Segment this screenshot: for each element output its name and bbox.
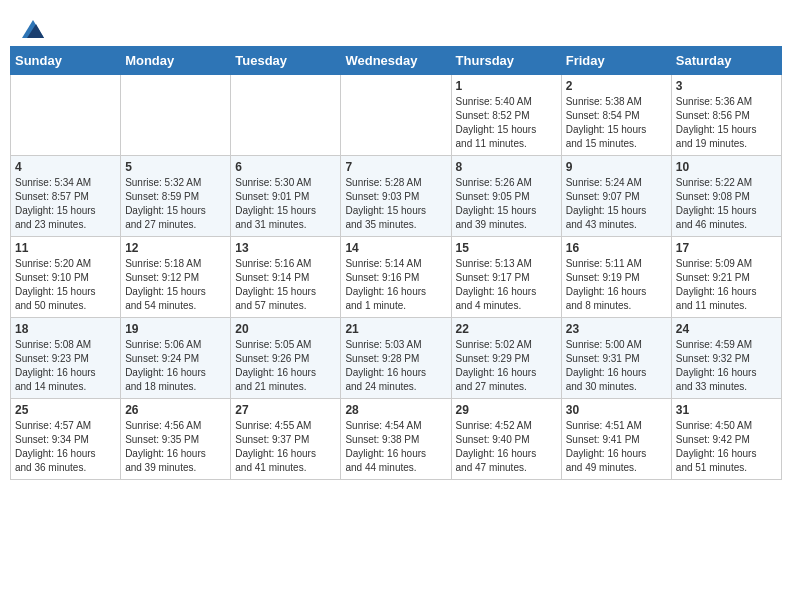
- calendar-cell: 14Sunrise: 5:14 AM Sunset: 9:16 PM Dayli…: [341, 237, 451, 318]
- day-info: Sunrise: 5:03 AM Sunset: 9:28 PM Dayligh…: [345, 338, 446, 394]
- day-info: Sunrise: 5:20 AM Sunset: 9:10 PM Dayligh…: [15, 257, 116, 313]
- calendar-cell: 20Sunrise: 5:05 AM Sunset: 9:26 PM Dayli…: [231, 318, 341, 399]
- day-number: 10: [676, 160, 777, 174]
- weekday-header: Monday: [121, 47, 231, 75]
- day-info: Sunrise: 5:09 AM Sunset: 9:21 PM Dayligh…: [676, 257, 777, 313]
- calendar-cell: 8Sunrise: 5:26 AM Sunset: 9:05 PM Daylig…: [451, 156, 561, 237]
- calendar-cell: 18Sunrise: 5:08 AM Sunset: 9:23 PM Dayli…: [11, 318, 121, 399]
- calendar-cell: [121, 75, 231, 156]
- day-number: 22: [456, 322, 557, 336]
- day-info: Sunrise: 5:14 AM Sunset: 9:16 PM Dayligh…: [345, 257, 446, 313]
- day-info: Sunrise: 5:13 AM Sunset: 9:17 PM Dayligh…: [456, 257, 557, 313]
- calendar-cell: 3Sunrise: 5:36 AM Sunset: 8:56 PM Daylig…: [671, 75, 781, 156]
- calendar-cell: 27Sunrise: 4:55 AM Sunset: 9:37 PM Dayli…: [231, 399, 341, 480]
- day-number: 11: [15, 241, 116, 255]
- day-info: Sunrise: 4:51 AM Sunset: 9:41 PM Dayligh…: [566, 419, 667, 475]
- day-number: 7: [345, 160, 446, 174]
- calendar-cell: 9Sunrise: 5:24 AM Sunset: 9:07 PM Daylig…: [561, 156, 671, 237]
- calendar-cell: 17Sunrise: 5:09 AM Sunset: 9:21 PM Dayli…: [671, 237, 781, 318]
- day-number: 30: [566, 403, 667, 417]
- calendar-cell: [11, 75, 121, 156]
- day-number: 29: [456, 403, 557, 417]
- day-info: Sunrise: 5:32 AM Sunset: 8:59 PM Dayligh…: [125, 176, 226, 232]
- day-number: 25: [15, 403, 116, 417]
- day-info: Sunrise: 4:50 AM Sunset: 9:42 PM Dayligh…: [676, 419, 777, 475]
- calendar-cell: 25Sunrise: 4:57 AM Sunset: 9:34 PM Dayli…: [11, 399, 121, 480]
- day-info: Sunrise: 4:56 AM Sunset: 9:35 PM Dayligh…: [125, 419, 226, 475]
- day-info: Sunrise: 4:57 AM Sunset: 9:34 PM Dayligh…: [15, 419, 116, 475]
- weekday-header: Tuesday: [231, 47, 341, 75]
- day-number: 13: [235, 241, 336, 255]
- day-info: Sunrise: 5:02 AM Sunset: 9:29 PM Dayligh…: [456, 338, 557, 394]
- calendar-cell: 2Sunrise: 5:38 AM Sunset: 8:54 PM Daylig…: [561, 75, 671, 156]
- calendar-week-row: 11Sunrise: 5:20 AM Sunset: 9:10 PM Dayli…: [11, 237, 782, 318]
- day-info: Sunrise: 5:00 AM Sunset: 9:31 PM Dayligh…: [566, 338, 667, 394]
- day-number: 15: [456, 241, 557, 255]
- day-number: 20: [235, 322, 336, 336]
- calendar-cell: 11Sunrise: 5:20 AM Sunset: 9:10 PM Dayli…: [11, 237, 121, 318]
- calendar-cell: 26Sunrise: 4:56 AM Sunset: 9:35 PM Dayli…: [121, 399, 231, 480]
- day-number: 4: [15, 160, 116, 174]
- day-info: Sunrise: 5:16 AM Sunset: 9:14 PM Dayligh…: [235, 257, 336, 313]
- day-info: Sunrise: 4:59 AM Sunset: 9:32 PM Dayligh…: [676, 338, 777, 394]
- calendar-cell: 13Sunrise: 5:16 AM Sunset: 9:14 PM Dayli…: [231, 237, 341, 318]
- calendar-cell: 12Sunrise: 5:18 AM Sunset: 9:12 PM Dayli…: [121, 237, 231, 318]
- day-info: Sunrise: 5:30 AM Sunset: 9:01 PM Dayligh…: [235, 176, 336, 232]
- logo-icon: [22, 20, 44, 38]
- day-info: Sunrise: 4:54 AM Sunset: 9:38 PM Dayligh…: [345, 419, 446, 475]
- day-number: 17: [676, 241, 777, 255]
- calendar-cell: 1Sunrise: 5:40 AM Sunset: 8:52 PM Daylig…: [451, 75, 561, 156]
- day-number: 2: [566, 79, 667, 93]
- day-number: 16: [566, 241, 667, 255]
- calendar-cell: 5Sunrise: 5:32 AM Sunset: 8:59 PM Daylig…: [121, 156, 231, 237]
- day-number: 21: [345, 322, 446, 336]
- day-info: Sunrise: 5:34 AM Sunset: 8:57 PM Dayligh…: [15, 176, 116, 232]
- calendar-cell: 4Sunrise: 5:34 AM Sunset: 8:57 PM Daylig…: [11, 156, 121, 237]
- day-number: 27: [235, 403, 336, 417]
- day-number: 31: [676, 403, 777, 417]
- day-number: 1: [456, 79, 557, 93]
- day-number: 26: [125, 403, 226, 417]
- calendar-week-row: 25Sunrise: 4:57 AM Sunset: 9:34 PM Dayli…: [11, 399, 782, 480]
- day-number: 8: [456, 160, 557, 174]
- day-number: 6: [235, 160, 336, 174]
- day-number: 19: [125, 322, 226, 336]
- day-info: Sunrise: 5:08 AM Sunset: 9:23 PM Dayligh…: [15, 338, 116, 394]
- day-info: Sunrise: 5:24 AM Sunset: 9:07 PM Dayligh…: [566, 176, 667, 232]
- day-info: Sunrise: 5:11 AM Sunset: 9:19 PM Dayligh…: [566, 257, 667, 313]
- day-info: Sunrise: 5:18 AM Sunset: 9:12 PM Dayligh…: [125, 257, 226, 313]
- day-number: 18: [15, 322, 116, 336]
- weekday-header: Thursday: [451, 47, 561, 75]
- day-number: 14: [345, 241, 446, 255]
- calendar-cell: 16Sunrise: 5:11 AM Sunset: 9:19 PM Dayli…: [561, 237, 671, 318]
- day-number: 5: [125, 160, 226, 174]
- weekday-header: Sunday: [11, 47, 121, 75]
- calendar-cell: [231, 75, 341, 156]
- calendar-cell: [341, 75, 451, 156]
- calendar-cell: 29Sunrise: 4:52 AM Sunset: 9:40 PM Dayli…: [451, 399, 561, 480]
- calendar-cell: 6Sunrise: 5:30 AM Sunset: 9:01 PM Daylig…: [231, 156, 341, 237]
- day-number: 3: [676, 79, 777, 93]
- calendar-table: SundayMondayTuesdayWednesdayThursdayFrid…: [10, 46, 782, 480]
- calendar-cell: 19Sunrise: 5:06 AM Sunset: 9:24 PM Dayli…: [121, 318, 231, 399]
- day-info: Sunrise: 5:26 AM Sunset: 9:05 PM Dayligh…: [456, 176, 557, 232]
- calendar-header-row: SundayMondayTuesdayWednesdayThursdayFrid…: [11, 47, 782, 75]
- calendar-cell: 7Sunrise: 5:28 AM Sunset: 9:03 PM Daylig…: [341, 156, 451, 237]
- weekday-header: Wednesday: [341, 47, 451, 75]
- day-info: Sunrise: 5:22 AM Sunset: 9:08 PM Dayligh…: [676, 176, 777, 232]
- day-number: 23: [566, 322, 667, 336]
- weekday-header: Friday: [561, 47, 671, 75]
- page-header: [10, 10, 782, 41]
- calendar-cell: 31Sunrise: 4:50 AM Sunset: 9:42 PM Dayli…: [671, 399, 781, 480]
- calendar-cell: 24Sunrise: 4:59 AM Sunset: 9:32 PM Dayli…: [671, 318, 781, 399]
- day-number: 28: [345, 403, 446, 417]
- calendar-cell: 15Sunrise: 5:13 AM Sunset: 9:17 PM Dayli…: [451, 237, 561, 318]
- day-number: 9: [566, 160, 667, 174]
- calendar-week-row: 18Sunrise: 5:08 AM Sunset: 9:23 PM Dayli…: [11, 318, 782, 399]
- calendar-cell: 23Sunrise: 5:00 AM Sunset: 9:31 PM Dayli…: [561, 318, 671, 399]
- day-info: Sunrise: 5:40 AM Sunset: 8:52 PM Dayligh…: [456, 95, 557, 151]
- day-info: Sunrise: 5:28 AM Sunset: 9:03 PM Dayligh…: [345, 176, 446, 232]
- day-number: 24: [676, 322, 777, 336]
- calendar-week-row: 4Sunrise: 5:34 AM Sunset: 8:57 PM Daylig…: [11, 156, 782, 237]
- calendar-cell: 21Sunrise: 5:03 AM Sunset: 9:28 PM Dayli…: [341, 318, 451, 399]
